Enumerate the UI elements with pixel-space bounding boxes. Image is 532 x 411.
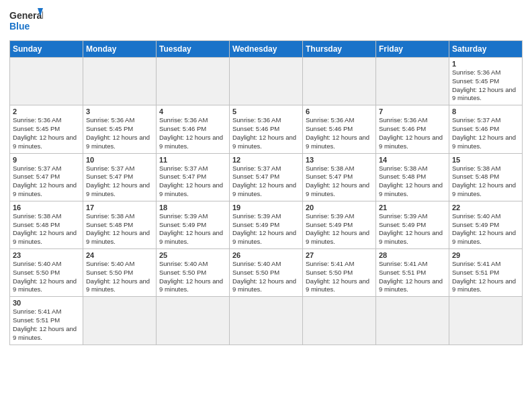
day-cell xyxy=(157,297,230,345)
day-cell: 1Sunrise: 5:36 AM Sunset: 5:45 PM Daylig… xyxy=(449,58,523,105)
day-info: Sunrise: 5:37 AM Sunset: 5:47 PM Dayligh… xyxy=(86,165,153,199)
day-number: 5 xyxy=(232,107,300,116)
day-info: Sunrise: 5:38 AM Sunset: 5:48 PM Dayligh… xyxy=(13,212,80,246)
day-number: 26 xyxy=(232,251,300,259)
day-cell xyxy=(376,297,449,345)
day-info: Sunrise: 5:40 AM Sunset: 5:50 PM Dayligh… xyxy=(159,260,226,294)
day-number: 20 xyxy=(306,203,373,212)
calendar-table: SundayMondayTuesdayWednesdayThursdayFrid… xyxy=(9,40,523,345)
day-cell: 20Sunrise: 5:39 AM Sunset: 5:49 PM Dayli… xyxy=(303,201,376,248)
day-info: Sunrise: 5:38 AM Sunset: 5:47 PM Dayligh… xyxy=(306,165,373,199)
day-cell xyxy=(157,58,230,105)
day-header-sunday: Sunday xyxy=(10,41,83,58)
day-info: Sunrise: 5:36 AM Sunset: 5:45 PM Dayligh… xyxy=(452,68,519,103)
day-cell xyxy=(10,58,83,105)
day-cell xyxy=(230,58,303,105)
day-info: Sunrise: 5:39 AM Sunset: 5:49 PM Dayligh… xyxy=(159,212,226,246)
day-cell: 26Sunrise: 5:40 AM Sunset: 5:50 PM Dayli… xyxy=(230,249,303,297)
day-header-wednesday: Wednesday xyxy=(230,41,303,58)
day-number: 23 xyxy=(13,251,80,259)
day-number: 29 xyxy=(452,251,519,259)
day-cell xyxy=(83,297,157,345)
day-cell: 29Sunrise: 5:41 AM Sunset: 5:51 PM Dayli… xyxy=(449,249,523,297)
header-row: SundayMondayTuesdayWednesdayThursdayFrid… xyxy=(10,41,523,58)
day-cell: 2Sunrise: 5:36 AM Sunset: 5:45 PM Daylig… xyxy=(10,105,83,153)
day-header-thursday: Thursday xyxy=(303,41,376,58)
day-cell xyxy=(376,58,449,105)
day-number: 8 xyxy=(452,107,519,116)
day-number: 10 xyxy=(86,156,153,164)
day-number: 19 xyxy=(232,203,300,212)
day-info: Sunrise: 5:41 AM Sunset: 5:51 PM Dayligh… xyxy=(13,308,80,342)
day-number: 14 xyxy=(379,156,446,164)
day-header-friday: Friday xyxy=(376,41,449,58)
day-header-tuesday: Tuesday xyxy=(157,41,230,58)
day-cell: 9Sunrise: 5:37 AM Sunset: 5:47 PM Daylig… xyxy=(10,153,83,201)
day-info: Sunrise: 5:36 AM Sunset: 5:46 PM Dayligh… xyxy=(306,116,373,150)
day-info: Sunrise: 5:37 AM Sunset: 5:47 PM Dayligh… xyxy=(13,165,80,199)
week-row-5: 30Sunrise: 5:41 AM Sunset: 5:51 PM Dayli… xyxy=(10,297,523,345)
week-row-1: 2Sunrise: 5:36 AM Sunset: 5:45 PM Daylig… xyxy=(10,105,523,153)
day-number: 6 xyxy=(306,107,373,116)
day-cell: 8Sunrise: 5:37 AM Sunset: 5:46 PM Daylig… xyxy=(449,105,523,153)
day-info: Sunrise: 5:36 AM Sunset: 5:46 PM Dayligh… xyxy=(232,116,300,150)
day-number: 28 xyxy=(379,251,446,259)
day-info: Sunrise: 5:40 AM Sunset: 5:50 PM Dayligh… xyxy=(13,260,80,294)
day-number: 13 xyxy=(306,156,373,164)
day-cell: 7Sunrise: 5:36 AM Sunset: 5:46 PM Daylig… xyxy=(376,105,449,153)
day-info: Sunrise: 5:37 AM Sunset: 5:47 PM Dayligh… xyxy=(232,165,300,199)
day-number: 7 xyxy=(379,107,446,116)
day-number: 25 xyxy=(159,251,226,259)
day-number: 15 xyxy=(452,156,519,164)
day-cell: 14Sunrise: 5:38 AM Sunset: 5:48 PM Dayli… xyxy=(376,153,449,201)
day-number: 30 xyxy=(13,299,80,307)
day-number: 27 xyxy=(306,251,373,259)
day-number: 18 xyxy=(159,203,226,212)
week-row-4: 23Sunrise: 5:40 AM Sunset: 5:50 PM Dayli… xyxy=(10,249,523,297)
header: General Blue xyxy=(9,7,523,35)
day-cell: 23Sunrise: 5:40 AM Sunset: 5:50 PM Dayli… xyxy=(10,249,83,297)
day-info: Sunrise: 5:36 AM Sunset: 5:46 PM Dayligh… xyxy=(379,116,446,150)
day-cell xyxy=(83,58,157,105)
day-info: Sunrise: 5:41 AM Sunset: 5:51 PM Dayligh… xyxy=(452,260,519,294)
day-info: Sunrise: 5:37 AM Sunset: 5:46 PM Dayligh… xyxy=(452,116,519,150)
day-number: 16 xyxy=(13,203,80,212)
day-header-saturday: Saturday xyxy=(449,41,523,58)
day-cell xyxy=(230,297,303,345)
day-cell: 28Sunrise: 5:41 AM Sunset: 5:51 PM Dayli… xyxy=(376,249,449,297)
day-number: 11 xyxy=(159,156,226,164)
day-info: Sunrise: 5:36 AM Sunset: 5:45 PM Dayligh… xyxy=(86,116,153,150)
day-cell: 4Sunrise: 5:36 AM Sunset: 5:46 PM Daylig… xyxy=(157,105,230,153)
week-row-0: 1Sunrise: 5:36 AM Sunset: 5:45 PM Daylig… xyxy=(10,58,523,105)
day-cell: 19Sunrise: 5:39 AM Sunset: 5:49 PM Dayli… xyxy=(230,201,303,248)
day-number: 9 xyxy=(13,156,80,164)
logo: General Blue xyxy=(9,7,43,35)
day-info: Sunrise: 5:39 AM Sunset: 5:49 PM Dayligh… xyxy=(306,212,373,246)
day-cell: 12Sunrise: 5:37 AM Sunset: 5:47 PM Dayli… xyxy=(230,153,303,201)
day-cell: 18Sunrise: 5:39 AM Sunset: 5:49 PM Dayli… xyxy=(157,201,230,248)
day-info: Sunrise: 5:41 AM Sunset: 5:51 PM Dayligh… xyxy=(379,260,446,294)
day-number: 4 xyxy=(159,107,226,116)
logo-svg: General Blue xyxy=(9,7,43,35)
day-number: 21 xyxy=(379,203,446,212)
day-info: Sunrise: 5:38 AM Sunset: 5:48 PM Dayligh… xyxy=(379,165,446,199)
day-cell: 13Sunrise: 5:38 AM Sunset: 5:47 PM Dayli… xyxy=(303,153,376,201)
day-info: Sunrise: 5:40 AM Sunset: 5:50 PM Dayligh… xyxy=(232,260,300,294)
day-number: 2 xyxy=(13,107,80,116)
day-cell: 21Sunrise: 5:39 AM Sunset: 5:49 PM Dayli… xyxy=(376,201,449,248)
svg-text:Blue: Blue xyxy=(9,21,30,32)
day-cell: 11Sunrise: 5:37 AM Sunset: 5:47 PM Dayli… xyxy=(157,153,230,201)
day-cell xyxy=(303,297,376,345)
day-number: 1 xyxy=(452,60,519,68)
day-cell: 27Sunrise: 5:41 AM Sunset: 5:50 PM Dayli… xyxy=(303,249,376,297)
day-cell: 6Sunrise: 5:36 AM Sunset: 5:46 PM Daylig… xyxy=(303,105,376,153)
svg-text:General: General xyxy=(9,10,43,21)
day-info: Sunrise: 5:41 AM Sunset: 5:50 PM Dayligh… xyxy=(306,260,373,294)
day-cell: 24Sunrise: 5:40 AM Sunset: 5:50 PM Dayli… xyxy=(83,249,157,297)
week-row-3: 16Sunrise: 5:38 AM Sunset: 5:48 PM Dayli… xyxy=(10,201,523,248)
day-info: Sunrise: 5:39 AM Sunset: 5:49 PM Dayligh… xyxy=(232,212,300,246)
day-cell: 25Sunrise: 5:40 AM Sunset: 5:50 PM Dayli… xyxy=(157,249,230,297)
day-info: Sunrise: 5:38 AM Sunset: 5:48 PM Dayligh… xyxy=(452,165,519,199)
day-header-monday: Monday xyxy=(83,41,157,58)
day-number: 22 xyxy=(452,203,519,212)
